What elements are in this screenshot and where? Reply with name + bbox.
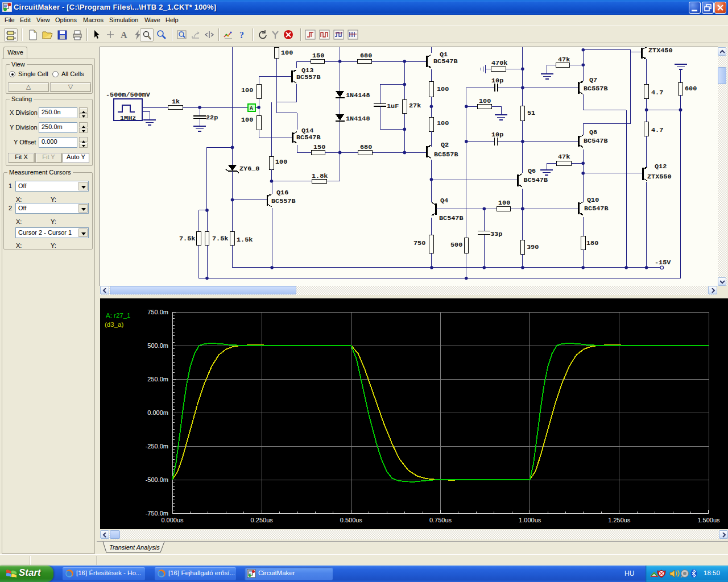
svg-text:-500.0m: -500.0m: [146, 476, 168, 483]
svg-text:BC547B: BC547B: [584, 137, 607, 145]
svg-text:10p: 10p: [491, 131, 503, 139]
svg-text:Q7: Q7: [589, 76, 597, 84]
svg-text:BC557B: BC557B: [434, 151, 458, 159]
svg-text:Q8: Q8: [589, 128, 597, 136]
svg-text:0.000us: 0.000us: [161, 517, 184, 523]
svg-text:100: 100: [498, 199, 510, 207]
svg-text:100: 100: [437, 85, 449, 93]
svg-text:1N4148: 1N4148: [346, 92, 370, 99]
svg-text:1uF: 1uF: [387, 102, 399, 110]
svg-text:-500m/500mV: -500m/500mV: [106, 91, 151, 99]
svg-text:BC547B: BC547B: [296, 134, 320, 142]
svg-text:1.250us: 1.250us: [608, 517, 631, 523]
svg-text:A: A: [250, 105, 253, 111]
svg-text:1.500us: 1.500us: [697, 517, 720, 523]
svg-text:Q2: Q2: [441, 141, 449, 149]
svg-text:750.0m: 750.0m: [147, 309, 168, 315]
svg-text:470k: 470k: [491, 59, 507, 67]
svg-text:180: 180: [586, 239, 598, 247]
svg-text:BC547B: BC547B: [584, 205, 608, 213]
svg-text:100: 100: [241, 116, 253, 124]
svg-text:390: 390: [527, 243, 539, 251]
svg-text:0.250us: 0.250us: [251, 517, 274, 523]
svg-text:4.7: 4.7: [651, 89, 663, 97]
svg-text:47k: 47k: [558, 153, 570, 161]
svg-text:BC547B: BC547B: [524, 176, 548, 184]
svg-text:1.000us: 1.000us: [519, 517, 541, 523]
svg-text:BC557B: BC557B: [296, 73, 320, 81]
svg-text:A: r27_1: A: r27_1: [106, 312, 130, 319]
svg-text:7.5k: 7.5k: [212, 235, 228, 243]
svg-text:ZTX450: ZTX450: [648, 47, 672, 55]
svg-text:-15V: -15V: [655, 259, 671, 267]
svg-text:ZY6_8: ZY6_8: [239, 165, 259, 173]
svg-text:0.750us: 0.750us: [429, 517, 452, 523]
svg-text:BC547B: BC547B: [439, 214, 463, 222]
svg-text:Q10: Q10: [587, 196, 599, 204]
svg-text:680: 680: [360, 52, 372, 60]
svg-text:BC557B: BC557B: [584, 85, 607, 93]
svg-text:1.5k: 1.5k: [237, 236, 253, 244]
svg-text:A: A: [121, 30, 127, 40]
svg-text:0.000m: 0.000m: [147, 409, 168, 416]
svg-text:7.5k: 7.5k: [179, 235, 195, 243]
svg-text:33p: 33p: [490, 230, 502, 238]
svg-text:?: ?: [239, 30, 244, 40]
svg-text:Q16: Q16: [276, 189, 288, 197]
svg-text:0.500us: 0.500us: [340, 517, 363, 523]
svg-text:250.0m: 250.0m: [147, 376, 168, 383]
svg-text:Q6: Q6: [528, 167, 536, 175]
svg-text:600: 600: [685, 85, 697, 93]
svg-text:-250.0m: -250.0m: [146, 443, 168, 450]
svg-text:150: 150: [312, 52, 324, 60]
svg-text:1MHz: 1MHz: [120, 114, 136, 122]
svg-text:4.7: 4.7: [651, 126, 663, 134]
svg-text:500: 500: [450, 241, 462, 249]
svg-text:(d3_a): (d3_a): [105, 321, 123, 328]
svg-text:BC557B: BC557B: [271, 197, 295, 205]
svg-text:100: 100: [437, 119, 449, 127]
svg-text:100: 100: [479, 97, 491, 105]
svg-text:100: 100: [281, 49, 293, 57]
svg-text:Q4: Q4: [440, 197, 448, 205]
svg-text:1.8k: 1.8k: [312, 172, 328, 180]
svg-text:1N4148: 1N4148: [346, 115, 370, 123]
svg-text:BC547B: BC547B: [433, 57, 457, 65]
svg-text:1k: 1k: [172, 98, 180, 106]
svg-text:27k: 27k: [409, 102, 421, 110]
svg-text:51: 51: [527, 109, 535, 117]
svg-text:680: 680: [360, 143, 372, 151]
svg-text:500.0m: 500.0m: [147, 342, 168, 349]
svg-text:100: 100: [241, 86, 253, 94]
svg-text:100: 100: [275, 158, 287, 166]
svg-text:-750.0m: -750.0m: [146, 510, 168, 517]
svg-text:22p: 22p: [206, 114, 218, 122]
svg-text:750: 750: [413, 239, 425, 247]
svg-text:ZTX550: ZTX550: [647, 173, 671, 181]
svg-text:Q12: Q12: [655, 163, 667, 171]
svg-text:150: 150: [313, 143, 325, 151]
svg-text:10p: 10p: [491, 77, 503, 85]
